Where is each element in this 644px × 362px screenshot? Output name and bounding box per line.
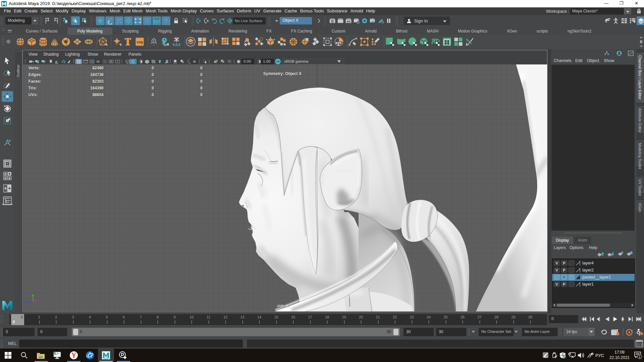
shelf-tab[interactable]: Poly Modeling	[67, 27, 112, 35]
select-hierarchy-button[interactable]	[62, 16, 70, 25]
help-line-button[interactable]: ?	[162, 16, 170, 25]
status-line-separator[interactable]	[192, 17, 194, 25]
fill-hole-shelf-button[interactable]	[231, 37, 241, 47]
sidebar-tab-attribute-editor[interactable]: Attribute Editor	[637, 106, 644, 132]
shelf-tab[interactable]: Animation	[181, 27, 219, 35]
clock-time[interactable]: 17:09	[608, 350, 631, 355]
swap-panes-icon[interactable]	[219, 59, 226, 64]
move-tool[interactable]	[2, 91, 13, 102]
toggle-modeling-toolkit-button[interactable]	[603, 16, 612, 25]
toggle-character-controls-button[interactable]	[611, 16, 620, 25]
layer-editor-splitter[interactable]	[565, 233, 622, 233]
menu-item[interactable]: Display	[70, 7, 88, 15]
shelf-row-grip[interactable]	[1, 36, 5, 48]
select-object-button[interactable]	[71, 16, 80, 25]
timeline-ruler[interactable]: 0123456789101112131415161718192021222324…	[9, 314, 547, 325]
channel-box-menu-show[interactable]: Show	[604, 58, 614, 63]
select-component-button[interactable]	[80, 16, 89, 25]
menu-item[interactable]: Mesh Tools	[144, 7, 169, 15]
playback-loop-icon[interactable]	[600, 329, 608, 336]
modeling-toolkit-button[interactable]	[152, 16, 161, 25]
platonic-solid-shelf-button[interactable]	[98, 37, 108, 47]
menu-item[interactable]: Cache	[283, 7, 299, 15]
uv-contour-stretch-shelf-button[interactable]	[431, 37, 440, 47]
snap-point-button[interactable]	[115, 16, 123, 25]
menu-set-dropdown-arrow-icon[interactable]	[32, 17, 38, 24]
smooth-shelf-button[interactable]	[277, 37, 287, 47]
toggle-attribute-editor-button[interactable]	[628, 16, 637, 25]
exposure-icon[interactable]	[235, 59, 242, 64]
play-forwards-button[interactable]	[611, 315, 619, 323]
close-button[interactable]: ✕	[629, 0, 644, 7]
taskbar-search-button[interactable]	[17, 349, 32, 362]
shelf-tab[interactable]: FX Caching	[281, 27, 322, 35]
defender-tray-icon[interactable]	[559, 352, 566, 359]
volume-tray-icon[interactable]	[578, 352, 585, 359]
layer-playback-toggle[interactable]: P	[561, 275, 567, 280]
tablet-driver-tray-icon[interactable]	[543, 352, 548, 358]
menu-item[interactable]: Edit	[12, 7, 23, 15]
auto-key-icon[interactable]	[625, 328, 633, 336]
material-mode-icon[interactable]	[144, 59, 151, 64]
command-line-grip[interactable]	[1, 340, 3, 348]
menu-set-dropdown[interactable]: Modeling	[5, 17, 32, 24]
edit-pivot-shelf-button[interactable]	[371, 37, 381, 47]
time-slider-grip[interactable]	[1, 315, 3, 324]
shadows-mode-icon[interactable]	[163, 59, 170, 64]
shelf-tab[interactable]: Curves / Surfaces	[16, 27, 67, 35]
step-back-frame-button[interactable]	[588, 315, 595, 323]
symmetry-field[interactable]: Object X	[280, 17, 312, 24]
poly-text-shelf-button[interactable]	[123, 37, 133, 47]
uv-cylindrical-shelf-button[interactable]	[396, 37, 406, 47]
layer-color-swatch[interactable]	[569, 275, 575, 280]
grid-fill-shelf-button[interactable]	[220, 37, 230, 47]
construction-plane-shelf-button[interactable]	[149, 37, 159, 47]
workspace-lock-icon[interactable]	[637, 8, 641, 14]
quadrangulate-shelf-button[interactable]	[311, 37, 321, 47]
start-button[interactable]	[1, 349, 15, 362]
system-monitor-button[interactable]	[50, 349, 64, 362]
timeline-playhead[interactable]: 0 0	[11, 314, 24, 325]
last-tool[interactable]	[2, 137, 13, 148]
go-to-end-button[interactable]	[635, 315, 642, 323]
rotate-tool[interactable]	[2, 103, 13, 114]
extrude-shelf-button[interactable]	[243, 37, 253, 47]
sidebar-tab-modeling-toolkit[interactable]: Modeling Toolkit	[637, 140, 644, 166]
menu-item[interactable]: Mesh	[108, 7, 122, 15]
poly-cone-shelf-button[interactable]	[50, 37, 59, 47]
xray-joints-icon[interactable]	[179, 59, 186, 64]
sign-in-button[interactable]: Sign In	[404, 17, 450, 25]
sidebar-tab-channel-box-layer-editor[interactable]: Channel Box / Layer Editor	[637, 53, 644, 103]
character-set-arrow-icon[interactable]	[471, 330, 476, 334]
crease-target-shelf-button[interactable]	[323, 37, 332, 47]
shelf-tab[interactable]: FX	[257, 27, 281, 35]
subdivide-wheel-shelf-button[interactable]	[288, 37, 298, 47]
channel-box-menu-edit[interactable]: Edit	[575, 58, 583, 63]
maya-taskbar-highlight[interactable]: MAYA	[98, 349, 114, 362]
anim-layer-field[interactable]: No Anim Layer	[522, 328, 557, 336]
origin-locator-shelf-button[interactable]: 0,0,0	[172, 37, 181, 47]
command-input-field[interactable]	[19, 340, 243, 348]
shelf-tab[interactable]: Rigging	[148, 27, 181, 35]
exposure-field[interactable]: 0.00	[241, 59, 254, 64]
poly-torus-shelf-button[interactable]	[61, 37, 71, 47]
lock-selection-button[interactable]	[172, 16, 180, 25]
render-frame-button[interactable]	[328, 16, 337, 25]
shelf-tab[interactable]: MASH	[417, 27, 448, 35]
uv-spherical-shelf-button[interactable]	[408, 37, 418, 47]
textured-mode-icon[interactable]	[137, 59, 144, 64]
menu-item[interactable]: Edit Mesh	[122, 7, 144, 15]
select-tool[interactable]	[2, 56, 13, 66]
redo-flag-icon[interactable]	[51, 16, 60, 25]
shelf-tab[interactable]: Rendering	[219, 27, 257, 35]
separate-shelf-button[interactable]	[197, 37, 207, 47]
layer-color-swatch[interactable]	[569, 267, 575, 273]
yandex-browser-button[interactable]	[66, 349, 81, 362]
restore-button[interactable]: ❐	[614, 0, 629, 7]
layer-visibility-toggle[interactable]: V	[554, 267, 560, 273]
uv-cut-sew-shelf-button[interactable]	[453, 37, 463, 47]
panel-divider[interactable]	[548, 49, 551, 313]
paint-effects-button[interactable]	[376, 16, 385, 25]
layer-row-layer1[interactable]: VPlayer1	[552, 281, 635, 288]
shaded-mode-button[interactable]	[129, 59, 137, 64]
